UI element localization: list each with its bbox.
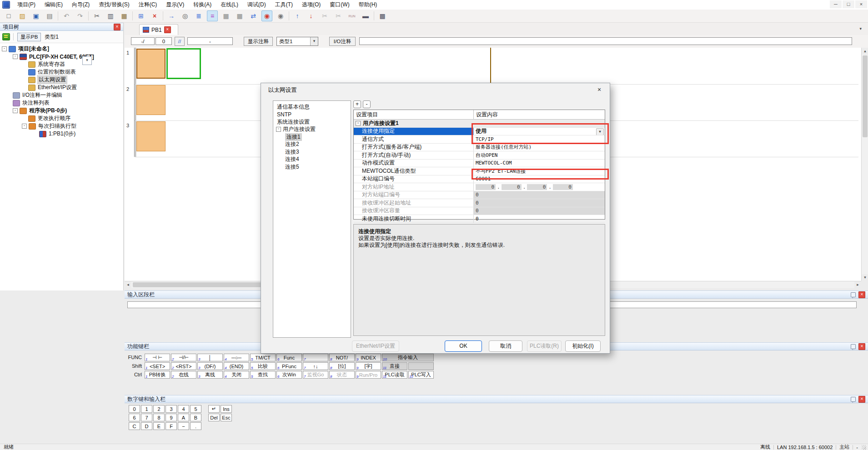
del-key[interactable]: Del	[208, 414, 220, 421]
comment-list-icon[interactable]: ≡	[207, 10, 218, 21]
tree-item-pb1[interactable]: 1:PB1(0步)	[0, 130, 123, 138]
show-comment-button[interactable]: 显示注释	[244, 37, 273, 46]
dtree-item-user-connection[interactable]: - 用户连接设置	[273, 126, 351, 134]
numpad-key-d[interactable]: D	[141, 422, 152, 430]
numpad-key-c[interactable]: C	[129, 422, 140, 430]
editor-vertical-scrollbar[interactable]: ▴ ▾	[861, 48, 868, 281]
numpad-key-1[interactable]: 1	[141, 405, 152, 413]
row-connection-use[interactable]: 连接使用指定 使用 ▾	[354, 128, 605, 136]
ladder-cursor[interactable]	[166, 48, 201, 79]
fkey-tmct[interactable]: 5TM/CT	[250, 354, 276, 361]
dtree-item-connection-2[interactable]: 连接2	[273, 141, 351, 149]
fkey-contact[interactable]: 1⊣ ⊢	[145, 354, 170, 361]
menu-find-replace[interactable]: 查找/替换(S)	[94, 0, 134, 10]
menu-debug[interactable]: 调试(D)	[243, 0, 271, 10]
ladder-cell-row3[interactable]	[136, 121, 166, 151]
numpad-key-5[interactable]: 5	[190, 405, 201, 413]
cut-icon[interactable]: ✂	[91, 10, 102, 21]
download-icon[interactable]: ↓	[306, 10, 316, 21]
type-combo-arrow[interactable]: ▾	[82, 56, 92, 65]
tree-item-system-registers[interactable]: 系统寄存器	[0, 60, 123, 68]
tree-item-plc[interactable]: - PLC[FP-XH C40ET, 60ET]	[0, 53, 123, 60]
dtree-item-connection-4[interactable]: 连接4	[273, 156, 351, 164]
ip-octet-3[interactable]: 0	[527, 184, 547, 190]
close-panel-icon[interactable]: ×	[858, 396, 865, 403]
pages-icon[interactable]: ≣	[193, 10, 204, 21]
row-open-method-auto-manual[interactable]: 打开方式(自动/手动) 自动OPEN	[354, 151, 605, 160]
numpad-key-b[interactable]: B	[190, 414, 201, 421]
new-file-icon[interactable]: □	[3, 10, 14, 21]
fkey-pb-convert[interactable]: 1PB转换	[145, 371, 170, 379]
numpad-key-7[interactable]: 7	[141, 414, 152, 421]
pc-transfer-icon[interactable]: ⇄	[248, 10, 259, 21]
io-comment-button[interactable]: I/O注释	[329, 37, 356, 46]
fkey-blank[interactable]	[408, 362, 434, 370]
group-row-user-connection-1[interactable]: -用户连接设置1	[354, 120, 605, 128]
numpad-key-a[interactable]: A	[178, 414, 189, 421]
collapse-icon[interactable]: -	[356, 121, 361, 126]
copy-program-icon[interactable]: ✂	[333, 10, 344, 21]
collapse-icon[interactable]: -	[276, 127, 281, 132]
tab-list-dropdown-icon[interactable]: ▾	[859, 26, 862, 31]
tree-item-program-blocks[interactable]: - 程序块(PB-0步)	[0, 107, 123, 115]
row-remote-ip[interactable]: 对方站IP地址 0 . 0 . 0 . 0	[354, 183, 605, 191]
cut-program-icon[interactable]: ✂	[319, 10, 330, 21]
fkey-plc-write[interactable]: 12PLC写入	[408, 371, 434, 379]
numpad-key-0[interactable]: 0	[129, 405, 140, 413]
fkey-updown[interactable]: 7↑↓	[303, 362, 328, 370]
fkey-run-prog[interactable]: 9Run/Pro	[356, 371, 381, 379]
fkey-index[interactable]: 9INDEX	[356, 354, 381, 361]
menu-online[interactable]: 在线(L)	[216, 0, 243, 10]
row-remote-port[interactable]: 对方站端口编号 0	[354, 191, 605, 200]
fkey-not[interactable]: 8NOT/	[329, 354, 355, 361]
find-icon[interactable]: ◎	[180, 10, 191, 21]
row-operation-mode[interactable]: 动作模式设置 MEWTOCOL-COM	[354, 160, 605, 168]
numpad-key-e[interactable]: E	[153, 422, 165, 430]
scroll-down-icon[interactable]: ▾	[862, 274, 868, 281]
plc-read-button[interactable]: PLC读取(R)	[527, 340, 562, 352]
run-monitor-icon[interactable]: RUN	[346, 10, 357, 21]
numpad-key-f[interactable]: F	[166, 422, 177, 430]
collapse-icon[interactable]: -	[2, 46, 7, 51]
pin-icon[interactable]	[851, 292, 856, 297]
scroll-up-icon[interactable]: ▴	[862, 48, 868, 55]
initialize-button[interactable]: 初始化(I)	[565, 340, 601, 352]
fkey-close[interactable]: 4关闭	[224, 371, 249, 379]
fkey-next-win[interactable]: 6次Win	[276, 371, 302, 379]
insert-row-icon[interactable]: ⊞	[135, 10, 146, 21]
menu-tools[interactable]: 工具(T)	[271, 0, 297, 10]
address-field-1[interactable]: -/	[131, 37, 155, 45]
dtree-item-sntp[interactable]: SNTP	[273, 111, 351, 119]
numpad-key-2[interactable]: 2	[153, 405, 165, 413]
address-field-2[interactable]: 0	[156, 37, 172, 45]
fkey-rst[interactable]: 2<RST>	[171, 362, 196, 370]
save-icon[interactable]: ▣	[30, 10, 41, 21]
comment-field[interactable]: -	[187, 37, 233, 45]
row-unused-disconnect-time[interactable]: 未使用连接切断时间 0	[354, 215, 605, 223]
fkey-blank[interactable]: 7	[303, 354, 328, 361]
row-recv-buffer-start[interactable]: 接收缓冲区起始地址 0	[354, 199, 605, 207]
show-pb-button[interactable]: 显示PB	[17, 33, 41, 41]
tree-item-scan-execution[interactable]: - 每次扫描执行型	[0, 122, 123, 130]
tree-item-ethernet-settings[interactable]: 以太网设置	[0, 76, 123, 84]
menu-convert[interactable]: 转换(A)	[189, 0, 216, 10]
resize-grip[interactable]	[862, 445, 866, 450]
dtree-item-connection-1[interactable]: 连接1	[273, 133, 351, 141]
fkey-vertical-line[interactable]: 3│	[197, 354, 223, 361]
grid-up-icon[interactable]: ▦	[221, 10, 231, 21]
tree-item-ethernet-ip-settings[interactable]: EtherNet/IP设置	[0, 84, 123, 91]
collapse-icon[interactable]: -	[13, 54, 18, 59]
tree-item-io-comments[interactable]: I/O注释一并编辑	[0, 91, 123, 99]
scroll-right-icon[interactable]: ▸	[854, 281, 861, 288]
ladder-cell-row1[interactable]	[136, 49, 166, 79]
row-local-port[interactable]: 本站端口编号 60001	[354, 175, 605, 184]
print-icon[interactable]: ▤	[44, 10, 55, 21]
fkey-bit[interactable]: 8[位]	[329, 362, 355, 370]
upload-icon[interactable]: ↑	[292, 10, 303, 21]
ethernet-ip-settings-button[interactable]: EtherNet/IP设置	[352, 340, 399, 352]
fkey-pfunc[interactable]: 6PFunc	[276, 362, 302, 370]
rung-divider-button[interactable]: //	[175, 37, 185, 46]
comment-type-combo[interactable]: 类型1 ▾	[276, 37, 318, 46]
cascade-windows-icon[interactable]: ▩	[377, 10, 388, 21]
dialog-title-bar[interactable]: 以太网设置	[261, 83, 610, 97]
